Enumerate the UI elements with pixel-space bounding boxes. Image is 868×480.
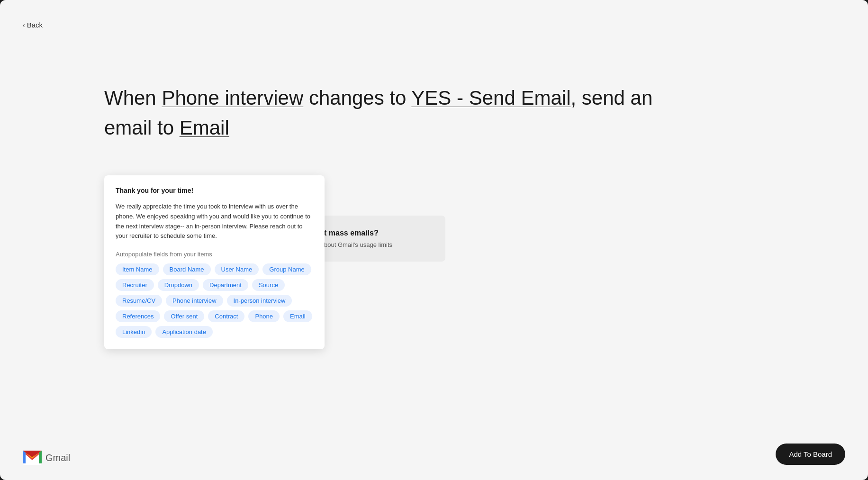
chevron-left-icon: ‹ xyxy=(23,21,25,29)
headline-line2: email to Email xyxy=(104,115,764,141)
card-title: Thank you for your time! xyxy=(116,187,313,194)
main-window: ‹ Back When Phone interview changes to Y… xyxy=(0,0,868,480)
chip-contract[interactable]: Contract xyxy=(208,310,244,322)
gmail-m-icon xyxy=(23,451,42,465)
trigger-field: Phone interview xyxy=(162,87,303,109)
chip-source[interactable]: Source xyxy=(252,279,285,291)
headline-part4: email to xyxy=(104,117,180,139)
card-body: We really appreciate the time you took t… xyxy=(116,202,313,241)
chip-offer-sent[interactable]: Offer sent xyxy=(164,310,204,322)
chip-item-name[interactable]: Item Name xyxy=(116,263,159,275)
chip-board-name[interactable]: Board Name xyxy=(163,263,211,275)
chip-phone[interactable]: Phone xyxy=(248,310,280,322)
back-label: Back xyxy=(27,21,43,29)
chip-in-person-interview[interactable]: In-person interview xyxy=(227,295,292,307)
add-to-board-button[interactable]: Add To Board xyxy=(776,444,845,465)
headline-part2: changes to xyxy=(303,87,411,109)
chip-references[interactable]: References xyxy=(116,310,160,322)
headline: When Phone interview changes to YES - Se… xyxy=(104,85,764,111)
chip-department[interactable]: Department xyxy=(203,279,248,291)
chip-phone-interview[interactable]: Phone interview xyxy=(166,295,223,307)
main-content: When Phone interview changes to YES - Se… xyxy=(104,85,764,145)
chip-recruiter[interactable]: Recruiter xyxy=(116,279,154,291)
headline-part1: When xyxy=(104,87,162,109)
gmail-logo: Gmail xyxy=(23,451,70,465)
chip-user-name[interactable]: User Name xyxy=(215,263,259,275)
side-card: t mass emails? bout Gmail's usage limits xyxy=(313,216,445,262)
trigger-value: YES - Send Email xyxy=(411,87,570,109)
side-card-subtitle: bout Gmail's usage limits xyxy=(324,241,434,248)
chip-dropdown[interactable]: Dropdown xyxy=(158,279,199,291)
side-card-title: t mass emails? xyxy=(324,229,434,237)
chip-resume-cv[interactable]: Resume/CV xyxy=(116,295,162,307)
target-field: Email xyxy=(180,117,229,139)
chip-group-name[interactable]: Group Name xyxy=(262,263,311,275)
chip-linkedin[interactable]: Linkedin xyxy=(116,326,152,338)
chip-email[interactable]: Email xyxy=(283,310,312,322)
email-card: Thank you for your time! We really appre… xyxy=(104,175,325,349)
chip-application-date[interactable]: Application date xyxy=(155,326,213,338)
headline-part3: , send an xyxy=(570,87,652,109)
gmail-label: Gmail xyxy=(45,453,70,463)
autopopulate-label: Autopopulate fields from your items xyxy=(116,251,313,258)
back-button[interactable]: ‹ Back xyxy=(23,21,43,29)
chips-container: Item NameBoard NameUser NameGroup NameRe… xyxy=(116,263,313,338)
